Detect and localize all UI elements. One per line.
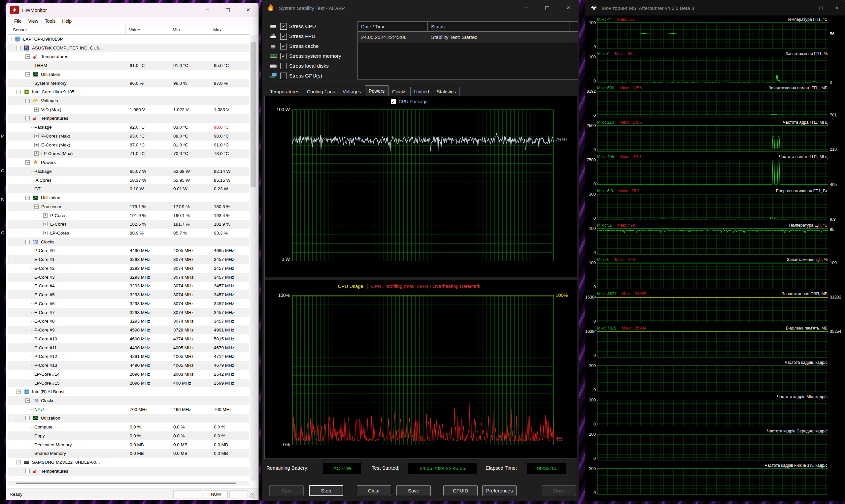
sensor-row[interactable]: LP-Core #142096 MHz2003 MHz2542 MHz (7, 370, 249, 379)
sensor-row[interactable]: IA Cores58.37 W55.95 W85.15 W (7, 176, 249, 185)
sensor-row[interactable]: NPU700 MHz466 MHz700 MHz (7, 405, 249, 414)
cpuid-button[interactable]: CPUID (443, 485, 478, 496)
sensor-row[interactable]: P-Core #94590 MHz3728 MHz4991 MHz (7, 326, 249, 335)
desktop-icon-label[interactable]: P (1, 133, 4, 139)
checked-checkbox[interactable]: ✓ (280, 33, 287, 40)
sensor-row[interactable]: −LAPTOP-D9IR8BJP (7, 35, 249, 43)
stop-button[interactable]: Stop (309, 485, 343, 496)
sensor-row[interactable]: GT0.10 W0.01 W0.23 W (7, 184, 249, 193)
scrollbar-thumb[interactable] (250, 42, 256, 187)
minimize-icon[interactable]: ─ (197, 3, 217, 17)
collapse-expander[interactable]: − (25, 398, 30, 403)
tab-clocks[interactable]: Clocks (388, 87, 411, 96)
sensor-row[interactable]: Dedicated Memory0.0 MB0.0 MB0.0 MB (7, 440, 249, 449)
sensor-row[interactable]: −SAMSUNG MZVL22T0HDLB-00... (7, 458, 249, 467)
sensor-row[interactable]: −Voltages (7, 96, 249, 105)
tab-cooling-fans[interactable]: Cooling Fans (303, 87, 339, 96)
sensor-row[interactable]: −ASUSTeK COMPUTER INC. GU6... (7, 43, 249, 52)
clear-button[interactable]: Clear (357, 485, 391, 496)
log-column-datetime[interactable]: Date / Time (358, 22, 428, 31)
collapse-expander[interactable]: − (25, 160, 30, 165)
sensor-row[interactable]: Copy0.0 %0.0 %0.0 % (7, 431, 249, 440)
sensor-row[interactable]: −Utilization (7, 70, 249, 79)
tab-statistics[interactable]: Statistics (433, 87, 460, 96)
sensor-row[interactable]: −Utilization (7, 414, 249, 423)
collapse-expander[interactable]: − (34, 204, 39, 209)
collapse-expander[interactable]: − (25, 54, 30, 59)
column-header-max[interactable]: Max (210, 25, 250, 34)
close-icon[interactable]: ✕ (829, 0, 845, 16)
column-header-sensor[interactable]: Sensor (7, 25, 126, 34)
collapse-expander[interactable]: − (25, 72, 30, 76)
sensor-row[interactable]: +P-Cores (Max)93.0 °C88.0 °C98.0 °C (7, 132, 249, 141)
sensor-row[interactable]: P-Core #124291 MHz4005 MHz4714 MHz (7, 352, 249, 361)
sensor-row[interactable]: LP-Core #152096 MHz400 MHz2599 MHz (7, 379, 249, 388)
sensor-row[interactable]: Compute0.0 %0.0 %0.0 % (7, 422, 249, 431)
sensor-row[interactable]: −Utilization (7, 193, 249, 202)
sensor-row[interactable]: E-Core #43293 MHz3074 MHz3457 MHz (7, 282, 249, 291)
sensor-row[interactable]: −Powers (7, 158, 249, 167)
sensor-row[interactable]: E-Core #63293 MHz3074 MHz3457 MHz (7, 299, 249, 308)
sensor-row[interactable]: E-Core #33293 MHz3074 MHz3457 MHz (7, 273, 249, 282)
close-icon[interactable]: ✕ (238, 3, 259, 17)
sensor-row[interactable]: −Intel(R) AI Boost (7, 387, 249, 396)
scrollbar-thumb[interactable] (16, 483, 236, 484)
collapse-expander[interactable]: − (25, 469, 30, 473)
menu-item-view[interactable]: View (25, 18, 41, 24)
sensor-row[interactable]: −Temperatures (7, 52, 249, 61)
collapse-expander[interactable]: − (17, 90, 21, 94)
sensor-row[interactable]: P-Core #134490 MHz4005 MHz4679 MHz (7, 361, 249, 370)
close-icon[interactable]: ✕ (558, 0, 579, 16)
sensor-row[interactable]: E-Core #13293 MHz3074 MHz3457 MHz (7, 255, 249, 264)
maximize-icon[interactable]: □ (537, 0, 558, 16)
minimize-icon[interactable]: ─ (515, 0, 537, 16)
collapse-expander[interactable]: − (25, 116, 30, 120)
sensor-row[interactable]: Package92.0 °C83.0 °C98.0 °C (7, 123, 249, 132)
sensor-row[interactable]: −Clocks (7, 396, 249, 405)
desktop-icon-label[interactable]: C (1, 230, 4, 235)
sensor-row[interactable]: −Temperatures (7, 467, 249, 475)
checked-checkbox[interactable]: ✓ (391, 99, 396, 104)
sensor-row[interactable]: +E-Cores182.6 %181.7 %182.9 % (7, 220, 249, 229)
sensor-row[interactable]: System Memory96.0 %96.0 %97.0 % (7, 79, 249, 88)
menu-item-file[interactable]: File (11, 18, 25, 24)
tab-powers[interactable]: Powers (365, 86, 388, 96)
sensor-row[interactable]: −Intel Core Ultra 9 185H (7, 87, 249, 96)
vertical-scrollbar[interactable] (250, 35, 257, 481)
expand-expander[interactable]: + (34, 108, 39, 112)
menu-item-help[interactable]: Help (59, 18, 75, 24)
sensor-row[interactable]: P-Core #104690 MHz4374 MHz5015 MHz (7, 335, 249, 343)
sensor-row[interactable]: −Processor179.1 %177.9 %180.3 % (7, 202, 249, 211)
desktop-icon-label[interactable]: B (1, 197, 4, 202)
aida64-titlebar[interactable]: System Stability Test - AIDA64 ─ □ ✕ (262, 0, 579, 16)
resize-grip[interactable] (250, 493, 255, 498)
sensor-row[interactable]: THRM91.0 °C91.0 °C95.0 °C (7, 61, 249, 70)
collapse-expander[interactable]: − (7, 37, 12, 41)
sensor-row[interactable]: −Clocks (7, 237, 249, 246)
sensor-row[interactable]: +VID (Max)1.080 V1.022 V1.083 V (7, 105, 249, 114)
log-row[interactable]: 24.05.2024 22:45:06Stability Test: Start… (358, 32, 578, 42)
maximize-icon[interactable]: □ (217, 3, 238, 17)
checked-checkbox[interactable]: ✓ (280, 23, 287, 30)
sensor-row[interactable]: E-Core #73293 MHz3074 MHz3457 MHz (7, 308, 249, 317)
menu-item-tools[interactable]: Tools (41, 18, 59, 24)
expand-expander[interactable]: + (34, 134, 39, 138)
minimize-icon[interactable]: ─ (797, 0, 813, 16)
collapse-expander[interactable]: − (17, 390, 21, 394)
tab-unified[interactable]: Unified (410, 87, 433, 96)
sensor-row[interactable]: P-Core #04490 MHz4005 MHz4685 MHz (7, 246, 249, 255)
unchecked-checkbox[interactable] (280, 73, 287, 79)
sensor-row[interactable]: E-Core #23293 MHz3074 MHz3457 MHz (7, 264, 249, 273)
tab-voltages[interactable]: Voltages (339, 87, 365, 96)
unchecked-checkbox[interactable] (280, 63, 287, 69)
sensor-row[interactable]: +E-Cores (Max)87.0 °C81.0 °C91.0 °C (7, 141, 249, 149)
checked-checkbox[interactable]: ✓ (280, 43, 287, 50)
afterburner-titlebar[interactable]: Моніторинг MSI Afterburner v4.6.6 Beta 3… (585, 0, 845, 16)
expand-expander[interactable]: + (43, 213, 48, 218)
collapse-expander[interactable]: − (17, 46, 21, 50)
sensor-row[interactable]: E-Core #53293 MHz3074 MHz3457 MHz (7, 290, 249, 299)
collapse-expander[interactable]: − (25, 98, 30, 103)
tab-temperatures[interactable]: Temperatures (266, 87, 303, 96)
sensor-row[interactable]: +LP-Cores88.9 %85.7 %93.3 % (7, 229, 249, 237)
collapse-expander[interactable]: − (25, 416, 30, 420)
